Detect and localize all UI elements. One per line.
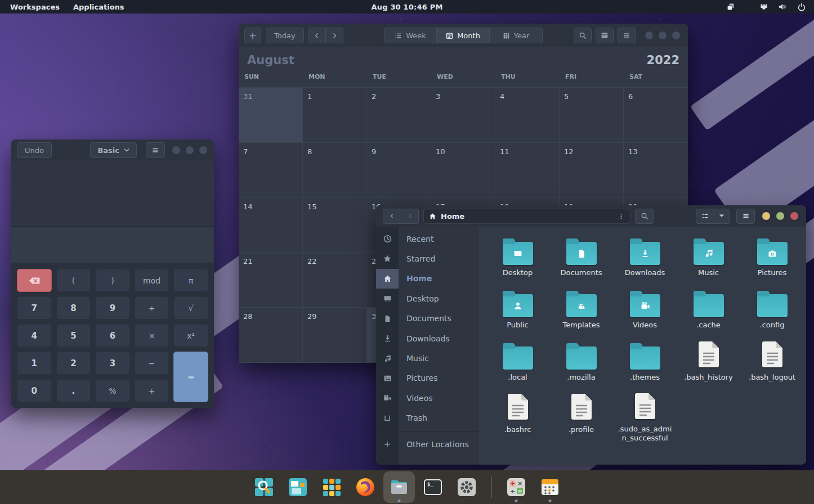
multiply-key[interactable]: ×: [135, 324, 169, 347]
sidebar-item-pictures[interactable]: Pictures: [376, 368, 479, 388]
sidebar-item-music[interactable]: Music: [376, 348, 479, 368]
file-item[interactable]: .themes: [613, 338, 677, 390]
sidebar-item-other-locations[interactable]: Other Locations: [376, 434, 479, 454]
view-options-button[interactable]: [714, 209, 730, 224]
file-item[interactable]: Pictures: [740, 233, 804, 286]
date-chooser-button[interactable]: [596, 28, 614, 43]
sqrt-key[interactable]: √: [173, 296, 208, 320]
calendar-day-cell[interactable]: 11: [495, 143, 560, 198]
path-options-button[interactable]: [618, 212, 625, 220]
calendar-day-cell[interactable]: 15: [303, 198, 367, 253]
mode-dropdown[interactable]: Basic: [90, 142, 137, 158]
sidebar-item-downloads[interactable]: Downloads: [376, 328, 479, 348]
dock-settings[interactable]: [457, 478, 476, 497]
file-item[interactable]: Music: [677, 233, 740, 286]
window-control-dot[interactable]: [186, 146, 194, 154]
calendar-day-cell[interactable]: 22: [303, 253, 367, 308]
digit-7-key[interactable]: 7: [17, 296, 52, 320]
maximize-button[interactable]: [776, 212, 784, 220]
calendar-day-cell[interactable]: 9: [367, 143, 431, 198]
calendar-day-cell[interactable]: 2: [367, 88, 431, 143]
clock[interactable]: Aug 30 10:46 PM: [371, 3, 442, 11]
calendar-day-cell[interactable]: 10: [431, 143, 495, 198]
digit-8-key[interactable]: 8: [56, 296, 91, 320]
calendar-day-cell[interactable]: 13: [624, 143, 688, 198]
file-item[interactable]: Downloads: [613, 233, 677, 286]
file-item[interactable]: .bash_history: [677, 338, 740, 390]
sidebar-item-starred[interactable]: Starred: [376, 249, 479, 268]
calendar-day-cell[interactable]: 6: [624, 88, 688, 143]
today-button[interactable]: Today: [266, 28, 304, 43]
open-paren-key[interactable]: (: [56, 269, 91, 292]
menu-button[interactable]: [146, 142, 165, 158]
dock-file-manager[interactable]: [390, 478, 409, 497]
view-toggle-button[interactable]: [696, 209, 714, 224]
equals-key[interactable]: =: [173, 352, 208, 402]
file-item[interactable]: .sudo_as_admin_successful: [613, 390, 677, 443]
forward-button[interactable]: [401, 209, 419, 224]
backspace-key[interactable]: [17, 269, 52, 292]
tab-week-view[interactable]: Week: [384, 28, 437, 43]
decimal-key[interactable]: .: [56, 379, 91, 402]
sidebar-item-documents[interactable]: Documents: [376, 309, 479, 328]
dock-terminal[interactable]: $_: [423, 478, 442, 497]
file-item[interactable]: .config: [740, 286, 804, 338]
menu-button[interactable]: [736, 209, 755, 224]
menu-button[interactable]: [618, 28, 636, 43]
tab-month-view[interactable]: Month: [437, 28, 490, 43]
calendar-day-cell[interactable]: 3: [431, 88, 495, 143]
digit-2-key[interactable]: 2: [56, 352, 91, 375]
back-button[interactable]: [383, 209, 401, 224]
prev-month-button[interactable]: [308, 28, 326, 43]
sidebar-item-recent[interactable]: Recent: [376, 229, 479, 249]
calendar-day-cell[interactable]: 7: [239, 143, 303, 198]
calendar-day-cell[interactable]: 8: [303, 143, 367, 198]
sidebar-item-videos[interactable]: Videos: [376, 388, 479, 408]
new-event-button[interactable]: +: [244, 28, 261, 43]
calendar-day-cell[interactable]: 28: [239, 308, 303, 363]
digit-3-key[interactable]: 3: [95, 352, 130, 375]
tab-year-view[interactable]: Year: [490, 28, 543, 43]
subtract-key[interactable]: −: [135, 352, 169, 375]
sidebar-item-desktop[interactable]: Desktop: [376, 289, 479, 308]
dock-calendar[interactable]: [540, 478, 560, 497]
calendar-day-cell[interactable]: 29: [303, 308, 367, 363]
window-control-dot[interactable]: [199, 146, 207, 154]
digit-4-key[interactable]: 4: [17, 324, 52, 347]
divide-key[interactable]: ÷: [135, 296, 169, 320]
window-switcher-icon[interactable]: [726, 2, 735, 11]
file-item[interactable]: .bashrc: [486, 390, 549, 443]
dock-firefox[interactable]: [356, 478, 375, 497]
digit-6-key[interactable]: 6: [95, 324, 130, 347]
minimize-button[interactable]: [762, 212, 770, 220]
digit-9-key[interactable]: 9: [95, 296, 130, 320]
search-button[interactable]: [635, 209, 654, 224]
close-paren-key[interactable]: ): [95, 269, 130, 292]
next-month-button[interactable]: [326, 28, 343, 43]
calendar-day-cell[interactable]: 14: [239, 198, 303, 253]
calendar-day-cell[interactable]: 12: [560, 143, 624, 198]
undo-button[interactable]: Undo: [17, 142, 52, 158]
window-control-dot[interactable]: [172, 146, 180, 154]
file-item[interactable]: .cache: [677, 286, 740, 338]
power-icon[interactable]: [797, 2, 806, 11]
file-item[interactable]: Documents: [549, 233, 613, 286]
percent-key[interactable]: %: [95, 379, 130, 402]
window-control-dot[interactable]: [659, 32, 667, 39]
dock-app-grid[interactable]: [322, 478, 341, 497]
digit-1-key[interactable]: 1: [17, 352, 52, 375]
path-bar[interactable]: Home: [423, 209, 630, 224]
pi-key[interactable]: π: [173, 269, 208, 292]
file-item[interactable]: Videos: [613, 286, 677, 338]
add-key[interactable]: +: [135, 379, 169, 402]
applications-menu[interactable]: Applications: [66, 0, 131, 14]
file-item[interactable]: .mozilla: [549, 338, 613, 390]
file-item[interactable]: Public: [486, 286, 549, 338]
network-icon[interactable]: [759, 2, 768, 11]
dock-window-switcher[interactable]: [288, 478, 307, 497]
window-control-dot[interactable]: [645, 32, 653, 39]
dock-calculator[interactable]: +×÷=: [507, 478, 526, 497]
workspaces-menu[interactable]: Workspaces: [3, 0, 66, 14]
file-item[interactable]: .bash_logout: [740, 338, 804, 390]
file-item[interactable]: Desktop: [486, 233, 549, 286]
